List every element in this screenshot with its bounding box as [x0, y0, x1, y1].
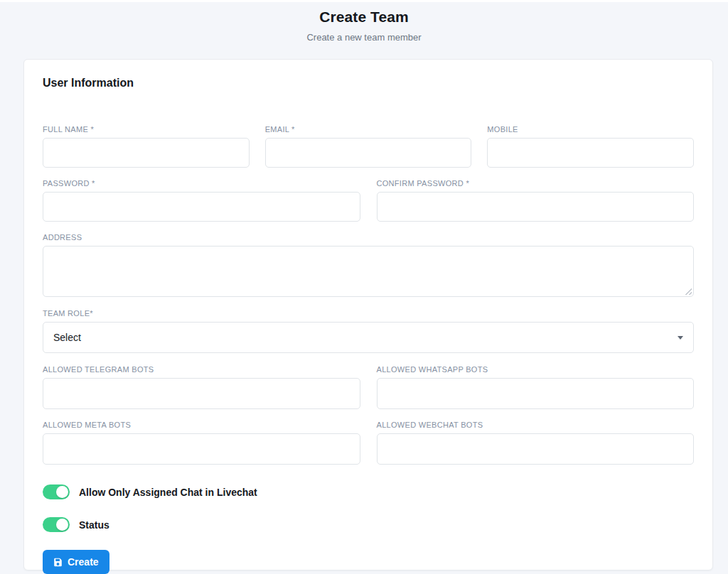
email-label: EMAIL *: [265, 125, 472, 134]
confirm-password-input[interactable]: [377, 192, 695, 222]
address-label: ADDRESS: [43, 233, 694, 242]
user-information-card: User Information FULL NAME * EMAIL * MOB…: [23, 59, 713, 570]
status-toggle[interactable]: [43, 517, 70, 532]
mobile-input[interactable]: [487, 138, 694, 168]
page-title: Create Team: [0, 9, 728, 26]
allowed-meta-bots-label: ALLOWED META BOTS: [43, 421, 360, 429]
assigned-chat-toggle[interactable]: [43, 484, 70, 499]
team-role-label: TEAM ROLE*: [43, 309, 694, 318]
mobile-field-group: MOBILE: [487, 125, 694, 168]
allowed-webchat-bots-label: ALLOWED WEBCHAT BOTS: [377, 421, 695, 429]
save-icon: [53, 558, 63, 567]
chevron-down-icon: [678, 336, 683, 340]
form-row-6: ALLOWED META BOTS ALLOWED WEBCHAT BOTS: [43, 421, 694, 465]
status-toggle-label: Status: [79, 519, 109, 531]
form-row-4: TEAM ROLE* Select: [43, 309, 694, 353]
assigned-chat-toggle-label: Allow Only Assigned Chat in Livechat: [79, 487, 257, 498]
email-input[interactable]: [265, 138, 472, 168]
email-field-group: EMAIL *: [265, 125, 472, 168]
password-field-group: PASSWORD *: [43, 179, 360, 222]
password-input[interactable]: [43, 192, 360, 222]
form-row-3: ADDRESS: [43, 233, 694, 297]
allowed-whatsapp-bots-input[interactable]: [377, 378, 695, 409]
form-row-5: ALLOWED TELEGRAM BOTS ALLOWED WHATSAPP B…: [43, 365, 694, 409]
allowed-telegram-bots-field-group: ALLOWED TELEGRAM BOTS: [43, 365, 360, 409]
form-row-1: FULL NAME * EMAIL * MOBILE: [43, 125, 694, 168]
page-header: Create Team Create a new team member: [0, 2, 728, 43]
full-name-field-group: FULL NAME *: [43, 125, 250, 168]
confirm-password-field-group: CONFIRM PASSWORD *: [377, 179, 695, 222]
create-button[interactable]: Create: [43, 550, 109, 574]
create-button-label: Create: [68, 556, 99, 568]
address-textarea[interactable]: [43, 246, 694, 297]
allowed-whatsapp-bots-field-group: ALLOWED WHATSAPP BOTS: [377, 365, 695, 409]
section-heading: User Information: [43, 77, 694, 90]
form-row-2: PASSWORD * CONFIRM PASSWORD *: [43, 179, 694, 222]
password-label: PASSWORD *: [43, 179, 360, 188]
full-name-label: FULL NAME *: [43, 125, 250, 134]
allowed-meta-bots-field-group: ALLOWED META BOTS: [43, 421, 360, 465]
team-role-select[interactable]: Select: [43, 322, 694, 353]
allowed-telegram-bots-input[interactable]: [43, 378, 360, 409]
allowed-meta-bots-input[interactable]: [43, 433, 360, 465]
allowed-webchat-bots-field-group: ALLOWED WEBCHAT BOTS: [377, 421, 695, 465]
status-toggle-row: Status: [43, 517, 694, 532]
assigned-chat-toggle-row: Allow Only Assigned Chat in Livechat: [43, 484, 694, 499]
allowed-telegram-bots-label: ALLOWED TELEGRAM BOTS: [43, 365, 360, 374]
address-textarea-wrap: [43, 246, 694, 297]
allowed-webchat-bots-input[interactable]: [377, 433, 695, 465]
mobile-label: MOBILE: [487, 125, 694, 134]
page-subtitle: Create a new team member: [0, 32, 728, 43]
full-name-input[interactable]: [43, 138, 250, 168]
confirm-password-label: CONFIRM PASSWORD *: [377, 179, 695, 188]
team-role-selected-value: Select: [53, 332, 81, 343]
allowed-whatsapp-bots-label: ALLOWED WHATSAPP BOTS: [377, 365, 695, 374]
